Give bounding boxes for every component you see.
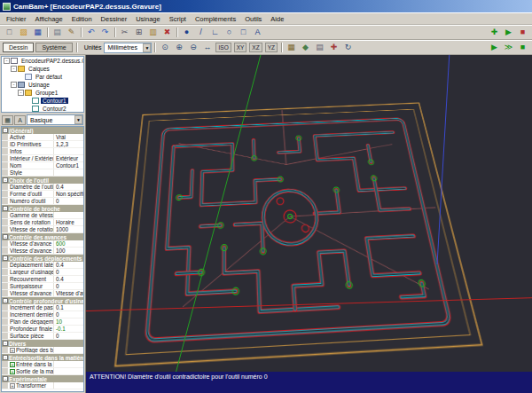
delete-button[interactable]: ✖ xyxy=(160,27,174,39)
collapse-icon[interactable]: - xyxy=(3,234,8,240)
refresh-view-button[interactable]: ↻ xyxy=(341,42,355,54)
generate-toolpaths-button[interactable]: ✚ xyxy=(488,27,501,39)
property-value[interactable]: 0.4 xyxy=(54,276,83,282)
machine-stop-button[interactable]: ■ xyxy=(516,27,529,39)
tree-item-par-d-faut[interactable]: Par défaut xyxy=(2,73,83,81)
property-category[interactable]: -Contrôle des déplacements latéraux xyxy=(2,255,83,262)
zoom-extents-button[interactable]: ⊙ xyxy=(158,42,171,54)
show-grid-button[interactable]: ▤ xyxy=(313,42,326,54)
property-row[interactable]: +Profilage des bords xyxy=(2,347,83,354)
property-row[interactable]: Forme d'outilNon spécifié xyxy=(2,191,83,198)
property-value[interactable] xyxy=(54,361,83,367)
property-value[interactable]: 1000 xyxy=(54,226,83,232)
property-row[interactable]: +Entrée dans la matière xyxy=(2,361,83,368)
collapse-icon[interactable]: - xyxy=(3,355,8,360)
property-value[interactable] xyxy=(54,169,83,176)
collapse-icon[interactable]: - xyxy=(3,376,8,381)
property-row[interactable]: Infos xyxy=(2,148,83,155)
simulate-stop-button[interactable]: ■ xyxy=(516,42,529,54)
draw-circle-button[interactable]: ○ xyxy=(223,27,236,39)
wireframe-mode-button[interactable]: ▦ xyxy=(285,42,298,54)
tree-expander-icon[interactable]: - xyxy=(18,90,24,96)
property-category[interactable]: -Expérimentale xyxy=(2,375,83,382)
property-value[interactable]: Vitesse d'avance xyxy=(54,290,83,296)
redo-button[interactable]: ↷ xyxy=(98,27,112,39)
property-value[interactable] xyxy=(54,382,83,389)
titlebar[interactable]: CamBam+ [EncodeurPAP2.dessus.Gravure] xyxy=(0,0,532,12)
property-value[interactable]: Extérieur xyxy=(54,155,83,161)
property-row[interactable]: Style xyxy=(2,169,83,177)
property-row[interactable]: Surépaisseur0 xyxy=(2,283,83,290)
property-value[interactable]: 0.4 xyxy=(54,262,83,268)
collapse-icon[interactable]: - xyxy=(3,177,8,183)
property-row[interactable]: +Sortie de la matière xyxy=(2,368,83,375)
tree-item-calques[interactable]: -Calques xyxy=(2,65,83,73)
menu-item-dessiner[interactable]: Dessiner xyxy=(97,14,132,24)
property-row[interactable]: Incrément de passe0.1 xyxy=(2,304,83,311)
expand-icon[interactable]: + xyxy=(10,383,15,389)
property-row[interactable]: Vitesse d'avance latéraleVitesse d'avanc… xyxy=(2,290,83,297)
property-row[interactable]: Profondeur finale-0.1 xyxy=(2,326,83,333)
tree-item-usinage[interactable]: -Usinage xyxy=(2,81,83,89)
property-category[interactable]: -Divers xyxy=(2,340,83,347)
property-row[interactable]: ID Primitives1,2,3 xyxy=(2,141,83,148)
draw-rect-button[interactable]: □ xyxy=(237,27,250,39)
draw-line-button[interactable]: / xyxy=(194,27,207,39)
expand-icon[interactable]: + xyxy=(10,362,15,367)
property-category[interactable]: -Contrôle de broche xyxy=(2,205,83,212)
open-file-button[interactable]: ▨ xyxy=(17,27,30,39)
property-value[interactable]: 0.1 xyxy=(54,304,83,310)
menu-item-script[interactable]: Script xyxy=(165,14,191,24)
draw-point-button[interactable]: ● xyxy=(180,27,193,39)
property-value[interactable]: 0 xyxy=(54,198,83,204)
show-axes-button[interactable]: ✚ xyxy=(327,42,340,54)
property-row[interactable]: Déplacement latéral maxi0.4 xyxy=(2,262,83,269)
expand-icon[interactable]: + xyxy=(10,369,15,374)
property-category[interactable]: -Entrée/sortie dans la matière xyxy=(2,354,83,361)
sort-categorized-button[interactable]: ▦ xyxy=(2,115,13,125)
tab-syst-me[interactable]: Système xyxy=(35,43,72,52)
property-row[interactable]: Recouvrement0.4 xyxy=(2,276,83,283)
menu-item-fichier[interactable]: Fichier xyxy=(2,14,31,24)
property-row[interactable]: Vitesse d'avance en plongée100 xyxy=(2,248,83,255)
menu-item-compl-ments[interactable]: Compléments xyxy=(191,14,240,24)
property-value[interactable] xyxy=(54,368,83,374)
draw-polyline-button[interactable]: ∟ xyxy=(208,27,222,39)
property-value[interactable] xyxy=(54,347,83,353)
tree-expander-icon[interactable]: - xyxy=(11,82,17,88)
property-row[interactable]: Vitesse de rotation1000 xyxy=(2,226,83,233)
property-value[interactable]: 100 xyxy=(54,248,83,254)
tree-expander-icon[interactable]: - xyxy=(11,66,17,72)
property-value[interactable]: 0 xyxy=(54,333,83,339)
collapse-icon[interactable]: - xyxy=(3,128,8,133)
property-row[interactable]: Vitesse d'avance600 xyxy=(2,240,83,248)
property-row[interactable]: Surface pièce0 xyxy=(2,333,83,340)
property-value[interactable]: 0 xyxy=(54,311,83,318)
menu-item-affichage[interactable]: Affichage xyxy=(31,14,67,24)
cut-button[interactable]: ✂ xyxy=(118,27,131,39)
undo-button[interactable]: ↶ xyxy=(84,27,98,39)
property-category[interactable]: -(Général) xyxy=(2,127,83,134)
menu-item-aide[interactable]: Aide xyxy=(266,14,288,24)
units-select[interactable]: Millimètres▼ xyxy=(104,43,152,53)
collapse-icon[interactable]: - xyxy=(3,206,8,211)
property-category[interactable]: -Contrôle des avances xyxy=(2,233,83,240)
property-value[interactable]: 1,2,3 xyxy=(54,141,83,147)
paste-button[interactable]: ▥ xyxy=(146,27,160,39)
tree-expander-icon[interactable]: - xyxy=(4,58,10,64)
property-value[interactable] xyxy=(54,148,83,154)
property-value[interactable]: Contour1 xyxy=(54,162,83,169)
collapse-icon[interactable]: - xyxy=(3,341,8,346)
property-row[interactable]: NomContour1 xyxy=(2,162,83,169)
tree-item-encodeurpap2-dessus-gravure[interactable]: -EncodeurPAP2.dessus.Gravure xyxy=(2,57,83,65)
property-value[interactable]: 0 xyxy=(54,283,83,289)
property-value[interactable]: -0.1 xyxy=(54,326,83,332)
tree-item-contour1[interactable]: Contour1 xyxy=(2,97,83,105)
property-category[interactable]: -Choix de l'outil xyxy=(2,177,83,184)
property-value[interactable] xyxy=(54,212,83,218)
sort-alphabetical-button[interactable]: A xyxy=(14,115,26,125)
property-row[interactable]: Incrément dernière passe0 xyxy=(2,311,83,318)
menu-item-edition[interactable]: Edition xyxy=(67,14,97,24)
property-value[interactable]: Vrai xyxy=(54,134,83,140)
new-file-button[interactable]: □ xyxy=(3,27,16,39)
